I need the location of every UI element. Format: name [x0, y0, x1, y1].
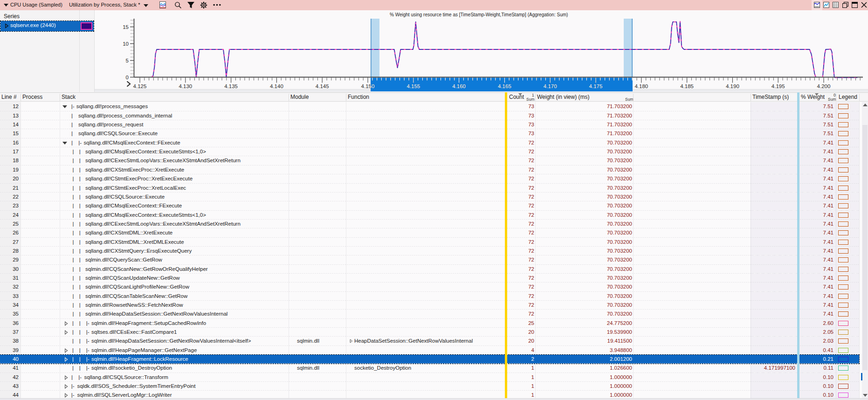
svg-text:4.155: 4.155 [406, 83, 420, 89]
svg-text:5: 5 [126, 58, 129, 63]
svg-text:10: 10 [123, 41, 129, 47]
svg-text:4.200: 4.200 [817, 83, 831, 89]
svg-text:0: 0 [126, 75, 129, 80]
svg-text:4.140: 4.140 [270, 83, 283, 89]
svg-text:4.145: 4.145 [316, 83, 329, 89]
svg-text:4.180: 4.180 [634, 83, 648, 89]
svg-text:4.165: 4.165 [498, 83, 511, 89]
svg-text:4.195: 4.195 [772, 83, 785, 89]
svg-text:4.175: 4.175 [589, 83, 603, 89]
svg-text:4.130: 4.130 [179, 83, 192, 89]
svg-text:4.185: 4.185 [680, 83, 694, 89]
svg-text:4.135: 4.135 [224, 83, 238, 89]
svg-text:4.160: 4.160 [452, 83, 466, 89]
svg-text:4.190: 4.190 [726, 83, 739, 89]
svg-text:4.125: 4.125 [133, 83, 147, 89]
svg-text:15: 15 [123, 24, 129, 30]
svg-text:4.170: 4.170 [544, 83, 557, 89]
